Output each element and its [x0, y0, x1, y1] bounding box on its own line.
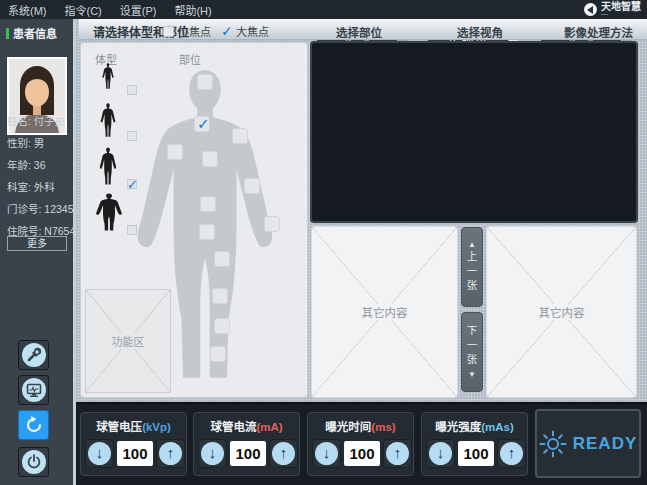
decrease-button[interactable]: ↓	[312, 439, 341, 468]
exposure-intensity-unit: (mAs)	[481, 421, 514, 433]
part-marker-sternum[interactable]	[202, 151, 218, 167]
selection-lists-panel	[310, 41, 638, 223]
small-focus-label: 小焦点	[178, 23, 211, 39]
part-marker-abdomen[interactable]	[200, 196, 216, 212]
tube-voltage-value[interactable]: 100	[117, 441, 153, 466]
menu-settings[interactable]: 设置(P)	[120, 2, 157, 18]
arrow-up-icon: ↑	[386, 442, 409, 465]
function-zone: 功能区	[85, 289, 171, 393]
part-marker-wrist[interactable]	[264, 216, 280, 232]
other-content-label: 其它内容	[535, 304, 589, 320]
brand-name: 天地智慧	[601, 2, 641, 12]
sun-ready-icon	[539, 430, 567, 458]
checkbox-unchecked-icon	[163, 26, 174, 37]
patient-field-name: 姓名: 付子虫	[7, 113, 65, 128]
decrease-button[interactable]: ↓	[85, 439, 114, 468]
increase-button[interactable]: ↑	[383, 439, 412, 468]
next-page-label: 下一张	[465, 325, 480, 369]
brand-logo: 天地智慧 ▪▪▪▪▪	[584, 2, 641, 17]
arrow-down-icon: ↓	[315, 442, 338, 465]
exposure-time-unit: (ms)	[371, 421, 395, 433]
exposure-control-bar: 球管电压(kVp) ↓ 100 ↑ 球管电流(mA) ↓ 100 ↑ 曝光时间(…	[76, 402, 647, 485]
image-process-title: 影像处理方法	[564, 24, 633, 40]
body-selection-panel: 体型 部位 ✓ ✓ 功能区	[80, 42, 308, 398]
menu-help[interactable]: 帮助(H)	[174, 2, 211, 18]
next-page-button[interactable]: 下一张 ▼	[461, 312, 483, 392]
arrow-down-icon: ↓	[429, 442, 452, 465]
arrow-up-icon: ↑	[500, 442, 523, 465]
other-content-right-panel: 其它内容	[486, 226, 637, 398]
function-zone-label: 功能区	[109, 333, 148, 349]
menu-bar: 系统(M) 指令(C) 设置(P) 帮助(H) 天地智慧 ▪▪▪▪▪	[0, 0, 647, 19]
decrease-button[interactable]: ↓	[426, 439, 455, 468]
prev-page-button[interactable]: ▲ 上一张	[461, 227, 483, 307]
exposure-time-panel: 曝光时间(ms) ↓ 100 ↑	[307, 412, 414, 476]
tube-current-panel: 球管电流(mA) ↓ 100 ↑	[193, 412, 300, 476]
select-part-title: 选择部位	[336, 24, 382, 40]
prev-page-label: 上一张	[465, 251, 480, 295]
part-marker-knee[interactable]	[212, 288, 228, 304]
exposure-time-value[interactable]: 100	[344, 441, 380, 466]
large-focus-checkbox[interactable]: 大焦点	[221, 23, 269, 39]
part-marker-elbow[interactable]	[244, 178, 260, 194]
other-content-label: 其它内容	[358, 304, 412, 320]
increase-button[interactable]: ↑	[156, 439, 185, 468]
part-marker-pelvis[interactable]	[199, 224, 215, 240]
checkbox-checked-icon	[221, 26, 232, 37]
up-triangle-icon: ▲	[468, 240, 476, 249]
exposure-intensity-panel: 曝光强度(mAs) ↓ 100 ↑	[421, 412, 528, 476]
down-triangle-icon: ▼	[468, 370, 476, 379]
more-button[interactable]: 更多	[7, 236, 67, 251]
part-marker-head[interactable]	[197, 74, 213, 90]
part-marker-left-shoulder[interactable]	[232, 128, 248, 144]
menu-command[interactable]: 指令(C)	[65, 2, 102, 18]
menu-system[interactable]: 系统(M)	[8, 2, 47, 18]
power-icon	[22, 450, 46, 474]
patient-info-header: 患者信息	[6, 25, 57, 41]
tube-voltage-label: 球管电压	[96, 421, 142, 433]
patient-field-gender: 性别: 男	[7, 135, 44, 150]
other-content-left-panel: 其它内容	[311, 226, 458, 398]
monitor-waveform-icon	[22, 378, 46, 402]
arrow-down-icon: ↓	[201, 442, 224, 465]
wrench-icon	[22, 343, 46, 367]
part-column-label: 部位	[179, 51, 201, 67]
exposure-intensity-value[interactable]: 100	[458, 441, 494, 466]
reset-rotate-button[interactable]	[18, 410, 49, 440]
exposure-time-label: 曝光时间	[325, 421, 371, 433]
ready-label: READY	[573, 434, 638, 454]
arrow-up-icon: ↑	[272, 442, 295, 465]
patient-sidebar: 患者信息 姓名: 付子虫 性别: 男 年龄: 36 科室: 外科 门诊号: 12…	[0, 19, 76, 485]
tools-button[interactable]	[18, 340, 49, 370]
patient-field-age: 年龄: 36	[7, 157, 46, 172]
ready-button[interactable]: READY	[535, 409, 641, 478]
power-button[interactable]	[18, 447, 49, 477]
part-marker-ankle[interactable]	[210, 346, 226, 362]
part-marker-thigh[interactable]	[214, 251, 230, 267]
brand-subtext: ▪▪▪▪▪	[601, 12, 641, 17]
tube-voltage-panel: 球管电压(kVp) ↓ 100 ↑	[80, 412, 187, 476]
patient-field-outpatient-no: 门诊号: 12345	[7, 201, 74, 216]
monitor-button[interactable]	[18, 375, 49, 405]
part-marker-shin[interactable]	[214, 318, 230, 334]
decrease-button[interactable]: ↓	[198, 439, 227, 468]
tube-current-unit: (mA)	[256, 421, 282, 433]
small-focus-checkbox[interactable]: 小焦点	[163, 23, 211, 39]
patient-field-department: 科室: 外科	[7, 179, 55, 194]
increase-button[interactable]: ↑	[269, 439, 298, 468]
large-focus-label: 大焦点	[236, 23, 269, 39]
green-accent-bar	[6, 28, 9, 39]
increase-button[interactable]: ↑	[497, 439, 526, 468]
part-marker-right-shoulder[interactable]	[167, 144, 183, 160]
arrow-up-icon: ↑	[159, 442, 182, 465]
tube-voltage-unit: (kVp)	[142, 421, 171, 433]
header-strip: 请选择体型和部位 小焦点 大焦点 选择部位 选择视角 影像处理方法	[79, 19, 647, 40]
exposure-intensity-label: 曝光强度	[435, 421, 481, 433]
patient-info-title: 患者信息	[13, 25, 57, 41]
tube-current-value[interactable]: 100	[230, 441, 266, 466]
select-view-title: 选择视角	[457, 24, 503, 40]
rotate-arrow-icon	[22, 413, 46, 437]
tube-current-label: 球管电流	[210, 421, 256, 433]
part-selected-check-icon: ✓	[197, 115, 210, 133]
arrow-down-icon: ↓	[88, 442, 111, 465]
